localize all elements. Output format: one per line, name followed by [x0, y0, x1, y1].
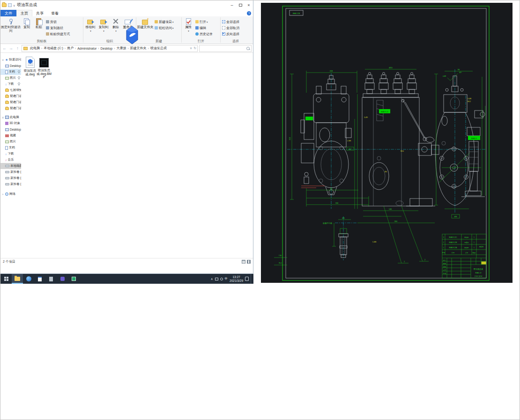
thumbnail-view-icon[interactable]: [247, 260, 251, 264]
tab-file[interactable]: 文件: [0, 10, 16, 16]
sidebar-item-folder-3[interactable]: 疑难门诊系列: [0, 99, 21, 105]
paste-shortcut-button[interactable]: 粘贴快捷方式: [45, 31, 70, 37]
forward-button[interactable]: →: [8, 46, 14, 51]
sidebar-item-desktop-2[interactable]: Desktop: [0, 126, 21, 133]
taskbar: ∧ 中 13:27 2021/3/29: [0, 274, 253, 284]
pin-icon: [17, 76, 20, 80]
navigation-pane: ∨ ★ 快速访问 Desktop 文档 图片 ↓下载 七届绿知会文件申报 疑难门…: [0, 53, 21, 258]
sidebar-item-pictures-2[interactable]: 图片: [0, 139, 21, 145]
copy-path-button[interactable]: 复制路径: [45, 25, 70, 31]
sidebar-item-disk-e[interactable]: 新加卷 (E:): [0, 175, 21, 181]
move-to-button[interactable]: 移动到▾: [84, 17, 97, 39]
taskbar-clock[interactable]: 13:27 2021/3/29: [230, 275, 243, 283]
history-button[interactable]: 历史记录: [194, 31, 213, 37]
up-button[interactable]: ↑: [15, 46, 20, 51]
file-name: 喷油泵总成.dwg: [22, 69, 38, 76]
invert-selection-button[interactable]: 反向选择: [221, 31, 239, 37]
sidebar-item-disk-d[interactable]: 新加卷 (D:): [0, 169, 21, 175]
new-folder-button[interactable]: 新建文件夹: [137, 17, 154, 39]
sidebar-item-network[interactable]: > 网络: [0, 191, 21, 197]
this-pc-header[interactable]: ∨ 此电脑: [0, 114, 21, 120]
taskbar-browser[interactable]: [23, 274, 34, 284]
tab-share[interactable]: 共享: [32, 10, 47, 16]
refresh-icon[interactable]: ↻: [193, 46, 196, 50]
pin-icon: [17, 82, 20, 86]
customize-quick-access-icon[interactable]: ∨: [13, 4, 15, 7]
paste-button[interactable]: 粘贴: [33, 17, 45, 39]
breadcrumb-new-folder[interactable]: 新建文件夹: [129, 46, 148, 51]
close-button[interactable]: ×: [245, 0, 253, 10]
sidebar-item-videos[interactable]: 视频: [0, 133, 21, 139]
minimize-button[interactable]: –: [228, 0, 236, 10]
show-desktop-button[interactable]: [251, 274, 253, 284]
sidebar-item-downloads-2[interactable]: ↓下载: [0, 151, 21, 157]
title-bar: ∨ 喷油泵总成 – ×: [0, 0, 253, 10]
folder-icon: [2, 3, 7, 7]
breadcrumb-current[interactable]: 喷油泵总成: [149, 46, 168, 51]
sidebar-item-pictures[interactable]: 图片: [0, 75, 21, 81]
address-dropdown-icon[interactable]: ∨: [190, 46, 192, 50]
quick-access-toolbar-icon[interactable]: [8, 3, 12, 7]
breadcrumb-desktop[interactable]: Desktop: [100, 47, 114, 50]
tab-view[interactable]: 查看: [47, 10, 62, 16]
search-input[interactable]: [201, 47, 246, 50]
svg-text:成组件: 成组件: [479, 246, 484, 248]
sidebar-item-desktop[interactable]: Desktop: [0, 63, 21, 69]
breadcrumb[interactable]: 此电脑› 本地磁盘 (C:)› 用户› Administrator› Deskt…: [22, 45, 198, 52]
sidebar-item-folder-4[interactable]: 疑难门诊汇总资料: [0, 105, 21, 111]
edit-button[interactable]: 编辑: [194, 25, 213, 31]
properties-button[interactable]: 属性▾: [182, 17, 194, 39]
back-button[interactable]: ←: [2, 46, 7, 51]
details-view-icon[interactable]: [242, 260, 245, 264]
sidebar-item-downloads[interactable]: ↓下载: [0, 81, 21, 87]
copy-to-button[interactable]: 复制到▾: [97, 17, 110, 39]
taskbar-notes-app[interactable]: [45, 274, 57, 284]
history-icon: [195, 32, 199, 36]
select-all-button[interactable]: 全部选择: [221, 19, 239, 25]
open-button[interactable]: 打开▾: [194, 19, 213, 25]
copy-button[interactable]: 复制: [21, 17, 33, 39]
tray-chevron-icon[interactable]: ∧: [211, 277, 213, 281]
pin-icon: [7, 18, 15, 25]
edit-icon: [195, 26, 199, 29]
breadcrumb-disk-c[interactable]: 本地磁盘 (C:): [43, 46, 64, 51]
sidebar-item-disk-f[interactable]: 新加卷 (F:): [0, 181, 21, 187]
svg-text:78.4: 78.4: [279, 262, 282, 264]
maximize-button[interactable]: [236, 0, 245, 10]
ime-indicator[interactable]: 中: [225, 277, 228, 281]
sidebar-item-music[interactable]: ♪音乐: [0, 157, 21, 163]
pin-to-quick-access-button[interactable]: 固定到快速访问: [1, 17, 21, 39]
sidebar-item-documents[interactable]: 文档: [0, 69, 21, 75]
sidebar-item-disk-c[interactable]: 本地磁盘 (C:): [0, 163, 21, 169]
taskbar-green-app[interactable]: [68, 274, 79, 284]
sidebar-item-folder-1[interactable]: 七届绿知会文件申报: [0, 87, 21, 93]
quick-access-header[interactable]: ∨ ★ 快速访问: [0, 57, 21, 63]
taskbar-purple-app[interactable]: [57, 274, 68, 284]
tray-network-icon[interactable]: [220, 278, 223, 280]
easy-access-button[interactable]: 轻松访问▾: [154, 25, 174, 31]
file-dwg[interactable]: 喷油泵总成.dwg: [22, 57, 38, 76]
tab-home[interactable]: 主页: [16, 10, 32, 16]
breadcrumb-administrator[interactable]: Administrator: [76, 47, 97, 50]
start-button[interactable]: [0, 274, 12, 284]
cut-button[interactable]: 剪切: [45, 19, 70, 25]
breadcrumb-users[interactable]: 用户: [66, 46, 74, 51]
svg-text:1: 1: [443, 247, 444, 249]
desktop-icon: [5, 128, 9, 131]
notification-center-icon[interactable]: [245, 277, 249, 281]
sidebar-item-3d-objects[interactable]: 3D 对象: [0, 120, 21, 126]
tray-display-icon[interactable]: [215, 278, 218, 280]
help-icon[interactable]: ?: [247, 11, 251, 15]
sidebar-item-documents-2[interactable]: 文档: [0, 145, 21, 151]
sidebar-item-folder-2[interactable]: 疑难门诊资料: [0, 93, 21, 99]
breadcrumb-folder[interactable]: 大康源: [115, 46, 127, 51]
new-item-button[interactable]: 新建项目▾: [154, 19, 174, 25]
breadcrumb-this-pc[interactable]: 此电脑: [29, 46, 41, 51]
delete-button[interactable]: 删除▾: [110, 17, 121, 39]
taskbar-document-app[interactable]: [34, 274, 45, 284]
select-none-button[interactable]: 全部取消: [221, 25, 239, 31]
taskbar-file-explorer[interactable]: [12, 274, 23, 284]
file-bmp[interactable]: 喷油泵总成.dwg.BMP: [36, 58, 52, 79]
search-box[interactable]: [199, 45, 252, 52]
dwg-file-icon: [26, 57, 35, 68]
